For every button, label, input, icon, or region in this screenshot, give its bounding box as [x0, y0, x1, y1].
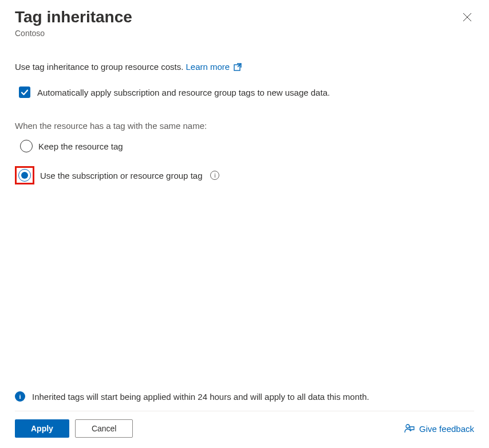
intro-text: Use tag inheritance to group resource co… — [15, 62, 474, 72]
info-banner: i Inherited tags will start being applie… — [15, 386, 474, 407]
close-button[interactable] — [460, 10, 474, 26]
external-link-icon — [233, 62, 242, 72]
conflict-section-label: When the resource has a tag with the sam… — [15, 121, 474, 131]
apply-button[interactable]: Apply — [15, 419, 69, 438]
svg-line-3 — [238, 64, 241, 67]
learn-more-link[interactable]: Learn more — [186, 62, 243, 72]
auto-apply-label: Automatically apply subscription and res… — [37, 88, 330, 97]
panel-title: Tag inheritance — [15, 7, 132, 27]
conflict-radio-group: Keep the resource tag Use the subscripti… — [15, 140, 474, 184]
close-icon — [463, 13, 472, 22]
radio-row-keep-resource: Keep the resource tag — [15, 140, 474, 152]
panel-header: Tag inheritance Contoso — [15, 7, 474, 38]
auto-apply-checkbox-row: Automatically apply subscription and res… — [15, 87, 474, 98]
radio-keep-resource-tag[interactable] — [20, 140, 33, 152]
learn-more-label: Learn more — [186, 62, 230, 72]
auto-apply-checkbox[interactable] — [19, 87, 30, 98]
info-tooltip-icon[interactable]: i — [210, 171, 219, 180]
panel-footer: Apply Cancel Give feedback — [15, 411, 474, 438]
give-feedback-link[interactable]: Give feedback — [404, 423, 474, 434]
info-banner-text: Inherited tags will start being applied … — [32, 392, 369, 402]
radio-label-keep: Keep the resource tag — [38, 142, 123, 151]
checkmark-icon — [21, 88, 29, 96]
feedback-icon — [404, 423, 415, 434]
radio-label-subscription: Use the subscription or resource group t… — [40, 171, 202, 180]
info-icon: i — [15, 391, 25, 402]
svg-point-4 — [406, 425, 409, 428]
title-block: Tag inheritance Contoso — [15, 7, 132, 38]
spacer — [15, 184, 474, 386]
intro-description: Use tag inheritance to group resource co… — [15, 62, 183, 72]
panel-subtitle: Contoso — [15, 29, 132, 38]
feedback-label: Give feedback — [419, 424, 474, 434]
radio-use-subscription-tag[interactable] — [18, 169, 31, 182]
highlight-box — [15, 166, 34, 184]
cancel-button[interactable]: Cancel — [75, 419, 133, 438]
radio-row-use-subscription: Use the subscription or resource group t… — [15, 166, 474, 184]
